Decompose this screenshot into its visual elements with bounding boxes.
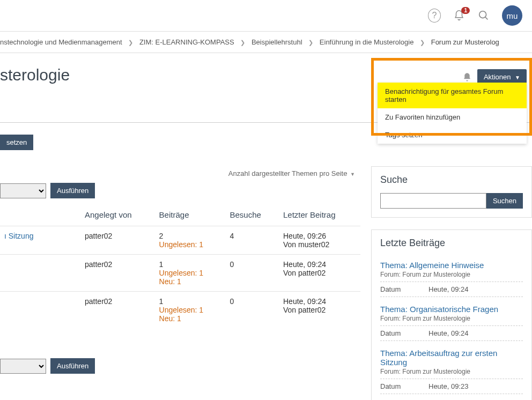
svg-line-1 xyxy=(485,17,488,20)
caret-down-icon: ▼ xyxy=(515,75,520,80)
col-author[interactable]: Angelegt von xyxy=(80,205,155,226)
svg-point-0 xyxy=(479,11,486,18)
actions-wrap: Aktionen ▼ xyxy=(462,66,527,85)
unread-count: Ungelesen: 1 xyxy=(159,269,221,277)
unread-count: Ungelesen: 1 xyxy=(159,240,221,249)
help-icon[interactable]: ? xyxy=(428,9,441,22)
threads-table: Angelegt von Beiträge Besuche Letzter Be… xyxy=(0,205,360,328)
breadcrumb-current: Forum zur Musterolog xyxy=(431,38,499,46)
actions-dropdown: Benachrichtigung für gesamtes Forum star… xyxy=(378,83,527,144)
thread-last: Heute, 09:24 Von patter02 xyxy=(279,292,360,329)
thread-posts: 2 Ungelesen: 1 xyxy=(155,226,226,255)
avatar-text: mu xyxy=(507,11,518,20)
page-title: sterologie xyxy=(0,66,70,84)
new-count: Neu: 1 xyxy=(159,314,221,323)
recent-item: Thema: Arbeitsauftrag zur ersten Sitzung… xyxy=(380,344,523,397)
setzen-button[interactable]: setzen xyxy=(0,135,33,150)
date-label: Datum xyxy=(380,285,428,293)
bulk-action-row-top: Ausführen xyxy=(0,183,360,198)
recent-posts-block: Letzte Beiträge Thema: Allgemeine Hinwei… xyxy=(371,229,532,400)
date-label: Datum xyxy=(380,382,428,390)
recent-item-date: Heute, 09:24 xyxy=(428,285,468,293)
recent-item-forum: Forum: Forum zur Musterologie xyxy=(380,368,523,375)
breadcrumb-item[interactable]: Einführung in die Musterologie xyxy=(320,38,414,46)
search-block: Suche Suchen xyxy=(371,166,532,218)
thread-last: Heute, 09:26 Von muster02 xyxy=(279,226,360,255)
thread-visits: 0 xyxy=(225,292,279,329)
per-page-label: Anzahl dargestellter Themen pro Seite xyxy=(228,169,348,177)
bell-icon[interactable] xyxy=(462,72,472,82)
recent-item: Thema: Organisatorische Fragen Forum: Fo… xyxy=(380,300,523,344)
topbar: ? 1 mu xyxy=(0,0,532,31)
action-add-favorite[interactable]: Zu Favoriten hinzufügen xyxy=(378,108,527,126)
notification-badge: 1 xyxy=(461,7,470,14)
thread-author: patter02 xyxy=(80,255,155,292)
search-title: Suche xyxy=(380,174,523,186)
recent-item-date: Heute, 09:23 xyxy=(428,382,468,390)
search-button[interactable]: Suchen xyxy=(486,193,523,209)
recent-item-link[interactable]: Thema: Arbeitsauftrag zur ersten Sitzung xyxy=(380,349,523,367)
avatar[interactable]: mu xyxy=(502,5,522,26)
execute-button[interactable]: Ausführen xyxy=(50,183,95,198)
new-count: Neu: 1 xyxy=(159,277,221,286)
main-content: Anzahl dargestellter Themen pro Seite ▼ … xyxy=(0,166,532,400)
breadcrumb-item[interactable]: Beispiellehrstuhl xyxy=(252,38,302,46)
chevron-right-icon: ❯ xyxy=(420,39,425,46)
actions-button-label: Aktionen xyxy=(484,73,511,81)
thread-author: patter02 xyxy=(80,292,155,329)
date-label: Datum xyxy=(380,329,428,337)
recent-item-forum: Forum: Forum zur Musterologie xyxy=(380,315,523,322)
recent-title: Letzte Beiträge xyxy=(380,238,523,249)
caret-down-icon: ▼ xyxy=(350,172,355,177)
thread-link[interactable]: ı Sitzung xyxy=(4,232,33,240)
chevron-right-icon: ❯ xyxy=(128,39,133,46)
recent-item-date: Heute, 09:24 xyxy=(428,329,468,337)
recent-item-forum: Forum: Forum zur Musterologie xyxy=(380,271,523,278)
thread-author: patter02 xyxy=(80,226,155,255)
bulk-action-row-bottom: Ausführen xyxy=(0,358,360,374)
search-input[interactable] xyxy=(380,193,486,209)
per-page-selector[interactable]: Anzahl dargestellter Themen pro Seite ▼ xyxy=(0,166,360,181)
table-row: patter02 1 Ungelesen: 1 Neu: 1 0 Heute, … xyxy=(0,292,360,329)
title-row: sterologie Aktionen ▼ xyxy=(0,53,532,85)
bulk-action-select[interactable] xyxy=(0,183,46,198)
action-start-notification[interactable]: Benachrichtigung für gesamtes Forum star… xyxy=(378,83,527,108)
search-icon[interactable] xyxy=(477,9,490,22)
bulk-action-select[interactable] xyxy=(0,359,46,374)
table-row: patter02 1 Ungelesen: 1 Neu: 1 0 Heute, … xyxy=(0,255,360,292)
thread-visits: 4 xyxy=(225,226,279,255)
notifications-icon[interactable]: 1 xyxy=(453,9,466,22)
unread-count: Ungelesen: 1 xyxy=(159,306,221,314)
recent-item-link[interactable]: Thema: Allgemeine Hinweise xyxy=(380,261,523,270)
thread-last: Heute, 09:24 Von patter02 xyxy=(279,255,360,292)
breadcrumb: nstechnologie und Medienmanagement ❯ ZIM… xyxy=(0,31,532,53)
action-set-tags[interactable]: Tags setzen xyxy=(378,126,527,144)
breadcrumb-item[interactable]: ZIM: E-LEARNING-KOMPASS xyxy=(139,38,234,46)
table-row: ı Sitzung patter02 2 Ungelesen: 1 4 Heut… xyxy=(0,226,360,255)
threads-panel: Anzahl dargestellter Themen pro Seite ▼ … xyxy=(0,166,360,400)
thread-posts: 1 Ungelesen: 1 Neu: 1 xyxy=(155,255,226,292)
col-visits[interactable]: Besuche xyxy=(225,205,279,226)
breadcrumb-item[interactable]: nstechnologie und Medienmanagement xyxy=(0,38,122,46)
recent-item-link[interactable]: Thema: Organisatorische Fragen xyxy=(380,305,523,314)
col-last[interactable]: Letzter Beitrag xyxy=(279,205,360,226)
chevron-right-icon: ❯ xyxy=(240,39,245,46)
col-title xyxy=(0,205,80,226)
col-posts[interactable]: Beiträge xyxy=(155,205,226,226)
thread-posts: 1 Ungelesen: 1 Neu: 1 xyxy=(155,292,226,329)
recent-item: Thema: Allgemeine Hinweise Forum: Forum … xyxy=(380,256,523,300)
chevron-right-icon: ❯ xyxy=(308,39,313,46)
execute-button[interactable]: Ausführen xyxy=(50,358,95,374)
thread-visits: 0 xyxy=(225,255,279,292)
sidebar: Suche Suchen Letzte Beiträge Thema: Allg… xyxy=(371,166,532,400)
